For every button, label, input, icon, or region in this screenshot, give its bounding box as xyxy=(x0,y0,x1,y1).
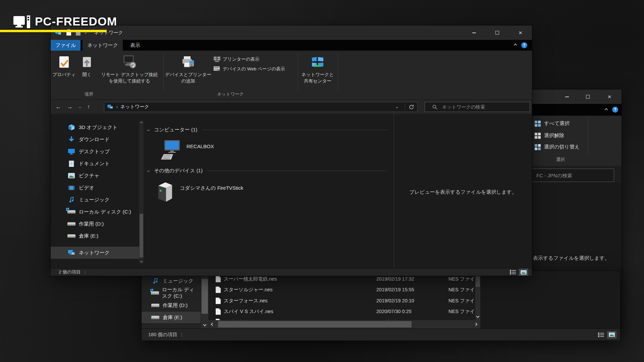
status-divider xyxy=(181,333,182,337)
tab-file[interactable]: ファイル xyxy=(51,40,80,51)
collapse-ribbon-icon[interactable] xyxy=(605,108,608,112)
select-none-icon xyxy=(535,133,541,139)
preview-hint: プレビューを表示するファイルを選択します。 xyxy=(394,114,532,195)
sidebar-item-documents[interactable]: ドキュメント xyxy=(51,158,138,170)
brand-name: PC-FREEDOM xyxy=(35,15,117,28)
sidebar-item-label: ピクチャ xyxy=(79,173,99,179)
file-row[interactable]: スパイ V S スパイ.nes 2020/07/30 0:25 NES ファイ.… xyxy=(209,306,475,317)
help-icon[interactable]: ? xyxy=(612,107,618,113)
network-sharing-center-button[interactable]: ネットワークと 共有センター xyxy=(299,54,336,84)
ribbon: プロパティ 開く リモート デスクトップ接続 を使用して接続する xyxy=(51,51,532,99)
search-icon xyxy=(432,105,437,110)
file-icon xyxy=(216,298,221,304)
back-button[interactable]: ← xyxy=(53,100,63,114)
details-view-button[interactable] xyxy=(508,269,517,276)
file-row[interactable]: スパルタンX.nes 2019/02/… NES ファイ... xyxy=(209,316,475,320)
sidebar-scrollbar[interactable] xyxy=(139,121,144,263)
list-horizontal-scrollbar[interactable] xyxy=(209,320,480,328)
group-header-other-devices[interactable]: その他のデバイス (1) xyxy=(148,168,391,174)
details-view-button[interactable] xyxy=(597,331,605,338)
drive-c-icon xyxy=(67,209,76,214)
scroll-down-icon[interactable] xyxy=(201,323,208,326)
close-button[interactable]: × xyxy=(598,89,621,104)
open-button[interactable]: 開く xyxy=(78,54,96,78)
sidebar-item-drive-d[interactable]: 作業用 (D:) xyxy=(51,218,138,230)
items-count: 180 個の項目 xyxy=(148,331,177,338)
invert-selection-button[interactable]: 選択の切り替え xyxy=(535,144,580,150)
forward-button[interactable]: → xyxy=(65,100,75,114)
collapse-ribbon-icon[interactable] xyxy=(514,44,517,47)
ribbon-divider xyxy=(588,118,588,156)
scrollbar-thumb[interactable] xyxy=(140,214,143,257)
sidebar-scrollbar[interactable] xyxy=(201,271,208,328)
maximize-button[interactable] xyxy=(577,89,598,104)
sidebar-item-music[interactable]: ミュージック xyxy=(51,194,138,206)
collapse-group-icon[interactable] xyxy=(147,129,150,131)
ribbon-group-label: ネットワーク xyxy=(207,91,254,97)
minimize-button[interactable] xyxy=(556,89,577,104)
properties-button[interactable]: プロパティ xyxy=(52,54,76,78)
file-row[interactable]: スターフォース.nes 2019/02/19 20:10 NES ファイ... xyxy=(209,295,475,306)
divider xyxy=(405,104,405,110)
thumbnail-view-button[interactable] xyxy=(607,331,616,338)
remote-desktop-button[interactable]: リモート デスクトップ接続 を使用して接続する xyxy=(98,54,161,84)
sidebar-item-3d-objects[interactable]: 3D オブジェクト xyxy=(51,121,138,133)
device-item-firetvstick[interactable]: コダシマさんの FireTVStick xyxy=(156,181,277,205)
sidebar-item-music[interactable]: ミュージック xyxy=(142,275,195,287)
device-webpage-icon xyxy=(214,66,220,72)
sidebar-item-drive-c[interactable]: ローカル ディスク (C:) xyxy=(51,206,138,218)
invert-selection-icon xyxy=(535,144,541,150)
scrollbar-thumb[interactable] xyxy=(202,279,208,314)
sidebar-item-drive-e[interactable]: 倉庫 (E:) xyxy=(51,230,138,242)
help-icon[interactable]: ? xyxy=(521,42,527,48)
sidebar-item-pictures[interactable]: ピクチャ xyxy=(51,170,138,182)
sidebar-item-drive-c[interactable]: ローカル ディスク (C:) xyxy=(142,287,195,299)
ribbon-tab-strip: ? xyxy=(532,104,622,116)
search-box[interactable] xyxy=(425,102,530,112)
add-devices-button[interactable]: デバイスとプリンター の追加 xyxy=(165,54,212,84)
group-header-computers[interactable]: コンピューター (1) xyxy=(148,127,391,133)
sidebar-item-drive-e[interactable]: 倉庫 (E:) xyxy=(142,312,201,323)
view-device-webpage-button[interactable]: デバイスの Web ページの表示 xyxy=(214,66,285,72)
computer-item-recalbox[interactable]: RECALBOX xyxy=(158,139,259,165)
sidebar-item-network[interactable]: ネットワーク xyxy=(51,247,139,259)
recent-locations-icon[interactable] xyxy=(76,100,84,114)
file-row[interactable]: スターソルジャー.nes 2019/02/19 15:55 NES ファイ... xyxy=(209,284,475,295)
scrollbar-thumb[interactable] xyxy=(218,321,412,327)
tab-view[interactable]: 表示 xyxy=(125,40,145,51)
breadcrumb-chevron-icon[interactable] xyxy=(115,106,118,108)
ribbon-divider xyxy=(298,53,298,91)
address-dropdown-icon[interactable] xyxy=(396,106,398,108)
sidebar-item-desktop[interactable]: デスクトップ xyxy=(51,145,138,158)
maximize-button[interactable] xyxy=(486,25,509,40)
sidebar-item-downloads[interactable]: ダウンロード xyxy=(51,133,138,145)
computer-icon xyxy=(161,139,180,162)
select-none-button[interactable]: 選択解除 xyxy=(535,132,564,139)
ribbon-group-label: 場所 xyxy=(72,91,106,97)
pictures-icon xyxy=(67,173,76,178)
scroll-up-icon[interactable] xyxy=(139,122,144,124)
thumbnail-view-button[interactable] xyxy=(519,269,528,276)
sidebar-item-videos[interactable]: ビデオ xyxy=(51,182,138,194)
list-vertical-scrollbar[interactable] xyxy=(475,271,480,320)
collapse-group-icon[interactable] xyxy=(147,170,150,172)
scroll-right-icon[interactable] xyxy=(474,323,478,326)
tab-network[interactable]: ネットワーク xyxy=(83,40,123,51)
scroll-down-icon[interactable] xyxy=(475,315,480,317)
scroll-down-icon[interactable] xyxy=(139,260,144,262)
scroll-left-icon[interactable] xyxy=(211,323,214,326)
search-input[interactable] xyxy=(441,104,530,110)
minimize-button[interactable] xyxy=(463,25,486,40)
view-printers-button[interactable]: プリンターの表示 xyxy=(214,56,260,62)
search-input[interactable] xyxy=(530,172,614,179)
breadcrumb-path[interactable]: ネットワーク xyxy=(120,104,149,110)
search-box[interactable] xyxy=(530,169,614,182)
sidebar-item-drive-d[interactable]: 作業用 (D:) xyxy=(142,300,195,311)
music-icon xyxy=(151,278,160,284)
monitor-icon xyxy=(13,15,26,28)
close-button[interactable]: × xyxy=(509,25,532,40)
up-button[interactable]: ↑ xyxy=(84,100,94,114)
refresh-icon[interactable] xyxy=(409,104,414,110)
select-all-button[interactable]: すべて選択 xyxy=(535,120,570,127)
address-bar[interactable]: ネットワーク xyxy=(104,102,418,112)
